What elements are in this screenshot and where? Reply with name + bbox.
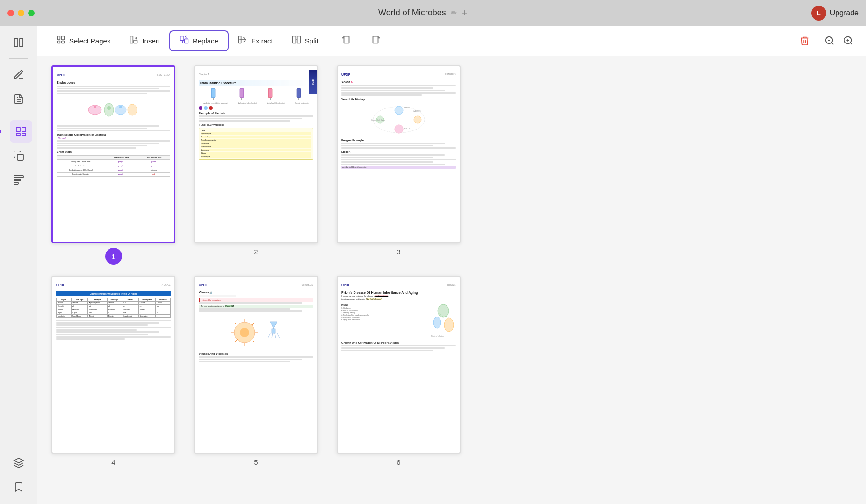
svg-point-78 — [433, 317, 441, 328]
insert-button[interactable]: Insert — [120, 31, 169, 50]
svg-point-54 — [395, 106, 403, 115]
replace-button[interactable]: Replace — [169, 30, 229, 51]
split-button[interactable]: Split — [282, 31, 328, 50]
svg-rect-11 — [14, 179, 21, 181]
svg-line-34 — [850, 43, 852, 44]
traffic-lights — [7, 10, 35, 16]
page-item-2[interactable]: Chapter 1 UPDF Gram Staining Procedure — [194, 65, 318, 256]
sidebar-tools-icon[interactable] — [7, 169, 30, 191]
svg-rect-72 — [272, 329, 275, 333]
svg-line-68 — [235, 339, 238, 342]
svg-rect-26 — [297, 36, 300, 43]
user-avatar: L — [811, 6, 826, 21]
zoom-in-button[interactable] — [840, 32, 857, 49]
svg-text:#ASCUS: #ASCUS — [404, 128, 411, 130]
svg-point-77 — [438, 304, 449, 317]
app-title: World of Microbes — [378, 8, 446, 18]
svg-rect-23 — [185, 39, 188, 43]
svg-point-40 — [128, 104, 137, 115]
page-thumbnail-5[interactable]: UPDF VIRUSES Viruses 🔬 • Intracellular p… — [194, 276, 318, 454]
sidebar-pen-icon[interactable] — [7, 64, 30, 86]
minimize-button[interactable] — [18, 10, 24, 16]
svg-rect-12 — [14, 182, 18, 184]
svg-rect-16 — [58, 41, 60, 43]
svg-point-62 — [240, 328, 249, 337]
page-number-6: 6 — [397, 458, 400, 466]
sidebar-bookmark-icon[interactable] — [7, 476, 30, 498]
toolbar-separator-2 — [392, 32, 392, 49]
svg-rect-44 — [211, 88, 215, 98]
close-button[interactable] — [7, 10, 14, 16]
sidebar-editdoc-icon[interactable] — [7, 88, 30, 110]
page-thumbnail-4[interactable]: UPDF ALGAE Characteristics Of Selected P… — [51, 276, 175, 454]
svg-point-79 — [444, 318, 454, 332]
svg-text:#MEIOSIS: #MEIOSIS — [413, 110, 421, 112]
insert-label: Insert — [142, 37, 160, 45]
svg-rect-21 — [134, 40, 137, 43]
svg-line-76 — [277, 333, 280, 338]
svg-point-55 — [414, 116, 421, 123]
rotate-right-button[interactable] — [361, 31, 390, 51]
page-number-4: 4 — [111, 458, 115, 466]
sidebar-active-indicator — [0, 129, 1, 134]
svg-rect-15 — [62, 36, 65, 40]
sidebar-book-icon[interactable] — [7, 31, 30, 54]
add-tab-button[interactable]: + — [462, 8, 468, 18]
toolbar-separator-1 — [330, 32, 330, 49]
svg-point-43 — [119, 106, 122, 108]
page-thumbnail-3[interactable]: UPDF FUNGUS Yeast ✎ Yeast Life History — [337, 65, 461, 243]
page-item-5[interactable]: UPDF VIRUSES Viruses 🔬 • Intracellular p… — [194, 276, 318, 466]
content-area: Select Pages Insert — [37, 26, 866, 504]
split-icon — [292, 35, 301, 47]
page-thumbnail-1[interactable]: UPDF BACTERIA Endospores — [51, 65, 175, 243]
svg-line-73 — [268, 333, 270, 338]
svg-rect-29 — [373, 36, 378, 43]
sidebar-pages-icon[interactable] — [10, 120, 32, 143]
page-thumbnail-2[interactable]: Chapter 1 UPDF Gram Staining Procedure — [194, 65, 318, 243]
edit-title-icon[interactable]: ✏ — [451, 8, 457, 17]
svg-text:Diploid Cell Cycle: Diploid Cell Cycle — [371, 119, 386, 121]
select-pages-label: Select Pages — [69, 37, 110, 45]
svg-rect-1 — [20, 38, 23, 47]
toolbar: Select Pages Insert — [37, 26, 866, 56]
svg-text:Haploid: Haploid — [404, 106, 410, 108]
page-item-3[interactable]: UPDF FUNGUS Yeast ✎ Yeast Life History — [337, 65, 461, 256]
maximize-button[interactable] — [28, 10, 35, 16]
rotate-right-icon — [370, 35, 381, 47]
svg-rect-25 — [292, 36, 296, 43]
svg-rect-9 — [17, 154, 23, 160]
svg-rect-5 — [16, 127, 20, 132]
upgrade-button[interactable]: Upgrade — [830, 9, 859, 17]
replace-icon — [180, 35, 189, 47]
extract-button[interactable]: Extract — [229, 31, 282, 50]
page-number-3: 3 — [397, 248, 400, 256]
page-item-1[interactable]: UPDF BACTERIA Endospores — [51, 65, 175, 265]
page-item-4[interactable]: UPDF ALGAE Characteristics Of Selected P… — [51, 276, 175, 466]
rotate-left-button[interactable] — [332, 31, 361, 51]
extract-label: Extract — [251, 37, 273, 45]
delete-button[interactable] — [796, 32, 813, 49]
page-number-2: 2 — [254, 248, 258, 256]
select-pages-button[interactable]: Select Pages — [47, 31, 120, 50]
pages-row-1: UPDF BACTERIA Endospores — [51, 65, 852, 265]
svg-line-66 — [252, 339, 254, 342]
page-thumbnail-6[interactable]: UPDF PRIONS Prion's Disease Of Human Inh… — [337, 276, 461, 454]
page-number-1: 1 — [105, 248, 122, 265]
svg-point-42 — [107, 106, 111, 110]
split-label: Split — [305, 37, 318, 45]
sidebar-divider-1 — [9, 58, 28, 59]
page-item-6[interactable]: UPDF PRIONS Prion's Disease Of Human Inh… — [337, 276, 461, 466]
svg-line-75 — [275, 333, 276, 338]
svg-rect-50 — [297, 88, 301, 98]
sidebar-layers-icon[interactable] — [7, 452, 30, 474]
page-number-5: 5 — [254, 458, 258, 466]
upgrade-section: L Upgrade — [811, 6, 859, 21]
svg-rect-7 — [16, 133, 20, 136]
svg-rect-22 — [180, 36, 184, 40]
title-section: World of Microbes ✏ + — [40, 8, 806, 18]
zoom-out-button[interactable] — [821, 32, 838, 49]
pages-container: UPDF BACTERIA Endospores — [37, 56, 866, 504]
sidebar-copy-icon[interactable] — [7, 144, 30, 167]
svg-rect-48 — [268, 88, 272, 98]
svg-marker-71 — [270, 322, 277, 329]
